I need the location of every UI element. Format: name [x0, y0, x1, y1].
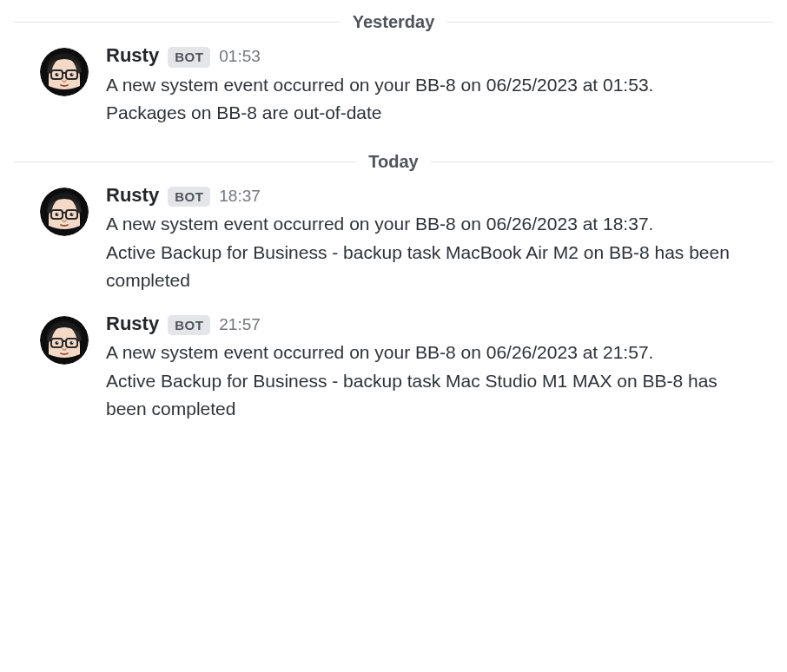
author-name[interactable]: Rusty: [106, 44, 159, 67]
divider-label: Today: [356, 152, 430, 172]
message-body: Rusty BOT 18:37 A new system event occur…: [106, 184, 773, 295]
bot-badge: BOT: [168, 187, 210, 208]
message-line: A new system event occurred on your BB-8…: [106, 71, 731, 100]
bot-badge: BOT: [168, 315, 210, 336]
message-line: Active Backup for Business - backup task…: [106, 367, 731, 424]
avatar[interactable]: [40, 188, 89, 236]
chat-message[interactable]: Rusty BOT 01:53 A new system event occur…: [0, 39, 787, 140]
divider-line: [14, 161, 356, 162]
message-body: Rusty BOT 21:57 A new system event occur…: [106, 313, 773, 424]
message-text: A new system event occurred on your BB-8…: [106, 210, 731, 295]
avatar[interactable]: [40, 48, 89, 96]
message-text: A new system event occurred on your BB-8…: [106, 339, 731, 424]
message-timestamp: 21:57: [219, 315, 261, 334]
bot-badge: BOT: [168, 47, 210, 68]
message-header: Rusty BOT 18:37: [106, 184, 773, 208]
author-name[interactable]: Rusty: [106, 313, 159, 335]
message-timestamp: 18:37: [219, 187, 261, 206]
author-name[interactable]: Rusty: [106, 184, 159, 207]
date-divider-yesterday: Yesterday: [0, 12, 787, 32]
chat-message[interactable]: Rusty BOT 18:37 A new system event occur…: [0, 179, 787, 307]
message-text: A new system event occurred on your BB-8…: [106, 71, 731, 128]
chat-message[interactable]: Rusty BOT 21:57 A new system event occur…: [0, 307, 787, 436]
message-timestamp: 01:53: [219, 47, 261, 66]
divider-line: [431, 161, 773, 162]
message-line: A new system event occurred on your BB-8…: [106, 210, 731, 239]
divider-line: [446, 22, 773, 23]
date-divider-today: Today: [0, 152, 787, 172]
divider-label: Yesterday: [341, 12, 447, 32]
message-header: Rusty BOT 01:53: [106, 44, 773, 68]
message-header: Rusty BOT 21:57: [106, 313, 773, 336]
message-line: Active Backup for Business - backup task…: [106, 239, 731, 295]
message-line: A new system event occurred on your BB-8…: [106, 339, 731, 367]
avatar[interactable]: [40, 316, 89, 365]
divider-line: [14, 22, 341, 23]
message-body: Rusty BOT 01:53 A new system event occur…: [106, 44, 773, 128]
message-line: Packages on BB-8 are out-of-date: [106, 99, 731, 128]
